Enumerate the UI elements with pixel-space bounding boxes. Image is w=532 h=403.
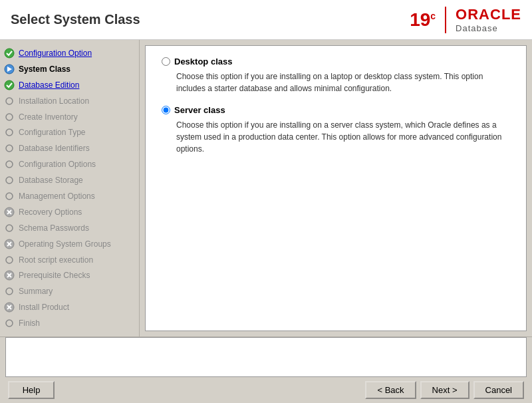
svg-point-9 xyxy=(6,177,13,184)
sidebar-item-recovery-options: Recovery Options xyxy=(0,204,139,220)
sidebar-item-schema-passwords: Schema Passwords xyxy=(0,220,139,236)
svg-point-10 xyxy=(6,193,13,200)
sidebar-label-schema-passwords: Schema Passwords xyxy=(19,223,89,233)
oracle-name: ORACLE xyxy=(456,6,521,23)
bottom-area: Help < Back Next > Cancel xyxy=(0,336,532,403)
svg-point-7 xyxy=(6,145,13,152)
step-icon-schema-passwords xyxy=(3,221,16,235)
oracle-brand-text: ORACLE Database xyxy=(456,6,521,33)
svg-point-8 xyxy=(6,161,13,168)
sidebar-label-create-inventory: Create Inventory xyxy=(19,112,78,122)
step-icon-configuration-type xyxy=(3,126,16,139)
step-icon-create-inventory xyxy=(3,110,16,124)
header: Select System Class 19c ORACLE Database xyxy=(0,0,532,40)
sidebar-label-operating-system-groups: Operating System Groups xyxy=(19,239,111,249)
sidebar-item-database-edition[interactable]: Database Edition xyxy=(0,77,139,93)
step-icon-database-storage xyxy=(3,174,16,187)
step-icon-finish xyxy=(3,317,16,330)
sidebar-item-summary: Summary xyxy=(0,283,139,299)
server-class-radio[interactable] xyxy=(162,106,170,114)
sidebar-item-system-class: System Class xyxy=(0,61,139,77)
step-icon-configuration-option xyxy=(3,47,16,60)
sidebar-label-database-identifiers: Database Identifiers xyxy=(19,144,90,153)
back-button[interactable]: < Back xyxy=(365,381,416,399)
svg-point-14 xyxy=(6,225,13,231)
server-class-desc: Choose this option if you are installing… xyxy=(176,119,510,155)
sidebar-item-create-inventory: Create Inventory xyxy=(0,109,139,125)
sidebar-item-root-script-execution: Root script execution xyxy=(0,252,139,268)
sidebar-item-operating-system-groups: Operating System Groups xyxy=(0,236,139,252)
sidebar-label-finish: Finish xyxy=(19,319,40,328)
oracle-db-label: Database xyxy=(456,23,498,33)
help-button[interactable]: Help xyxy=(8,381,55,399)
svg-point-6 xyxy=(6,129,13,136)
step-icon-database-identifiers xyxy=(3,142,16,155)
sidebar-item-prerequisite-checks: Prerequisite Checks xyxy=(0,267,139,283)
main-content: Configuration OptionSystem ClassDatabase… xyxy=(0,40,532,336)
page-title: Select System Class xyxy=(11,12,140,27)
svg-point-22 xyxy=(6,288,13,295)
sidebar-label-system-class: System Class xyxy=(19,65,70,74)
step-icon-operating-system-groups xyxy=(3,237,16,251)
content-panel: Desktop class Choose this option if you … xyxy=(145,45,527,331)
sidebar-item-database-storage: Database Storage xyxy=(0,172,139,188)
sidebar-label-root-script-execution: Root script execution xyxy=(19,255,93,265)
sidebar-item-database-identifiers: Database Identifiers xyxy=(0,140,139,156)
svg-point-5 xyxy=(6,114,13,120)
svg-point-0 xyxy=(5,49,14,58)
step-icon-root-script-execution xyxy=(3,253,16,267)
button-bar: Help < Back Next > Cancel xyxy=(0,377,532,403)
step-icon-management-options xyxy=(3,190,16,203)
step-icon-recovery-options xyxy=(3,205,16,219)
sidebar-item-install-product: Install Product xyxy=(0,299,139,315)
desktop-class-radio[interactable] xyxy=(162,57,170,66)
cancel-button[interactable]: Cancel xyxy=(473,381,524,399)
sidebar-label-configuration-type: Configuration Type xyxy=(19,128,86,137)
sidebar-label-recovery-options: Recovery Options xyxy=(19,207,82,217)
svg-point-18 xyxy=(6,257,13,263)
sidebar-label-installation-location: Installation Location xyxy=(19,96,89,106)
step-icon-database-edition xyxy=(3,78,16,92)
step-icon-system-class xyxy=(3,63,16,76)
sidebar-label-database-storage: Database Storage xyxy=(19,176,83,185)
sidebar: Configuration OptionSystem ClassDatabase… xyxy=(0,40,140,336)
sidebar-label-configuration-option: Configuration Option xyxy=(19,49,92,58)
sidebar-item-installation-location: Installation Location xyxy=(0,93,139,109)
svg-point-3 xyxy=(5,80,14,90)
sidebar-item-finish: Finish xyxy=(0,315,139,331)
desktop-class-row[interactable]: Desktop class xyxy=(162,57,510,67)
sidebar-label-install-product: Install Product xyxy=(19,303,69,312)
step-icon-configuration-options xyxy=(3,158,16,171)
sidebar-item-management-options: Management Options xyxy=(0,188,139,204)
nav-buttons: < Back Next > Cancel xyxy=(365,381,524,399)
sidebar-label-prerequisite-checks: Prerequisite Checks xyxy=(19,271,90,280)
server-class-row[interactable]: Server class xyxy=(162,105,510,115)
desktop-class-label[interactable]: Desktop class xyxy=(174,57,232,67)
sidebar-item-configuration-options: Configuration Options xyxy=(0,156,139,172)
svg-point-26 xyxy=(6,320,13,327)
log-box xyxy=(5,337,527,377)
next-button[interactable]: Next > xyxy=(420,381,469,399)
sidebar-item-configuration-type: Configuration Type xyxy=(0,124,139,140)
svg-point-4 xyxy=(6,98,13,104)
step-icon-summary xyxy=(3,285,16,298)
step-icon-prerequisite-checks xyxy=(3,269,16,282)
sidebar-label-summary: Summary xyxy=(19,287,53,296)
logo-divider xyxy=(445,7,446,33)
sidebar-item-configuration-option[interactable]: Configuration Option xyxy=(0,45,139,61)
step-icon-installation-location xyxy=(3,94,16,108)
desktop-class-desc: Choose this option if you are installing… xyxy=(176,70,510,94)
server-class-label[interactable]: Server class xyxy=(174,105,225,115)
sidebar-label-management-options: Management Options xyxy=(19,192,95,201)
oracle-logo: 19c ORACLE Database xyxy=(410,6,521,33)
step-icon-install-product xyxy=(3,301,16,314)
sidebar-label-database-edition: Database Edition xyxy=(19,80,79,90)
sidebar-label-configuration-options: Configuration Options xyxy=(19,160,96,169)
oracle-version-number: 19c xyxy=(410,9,436,31)
